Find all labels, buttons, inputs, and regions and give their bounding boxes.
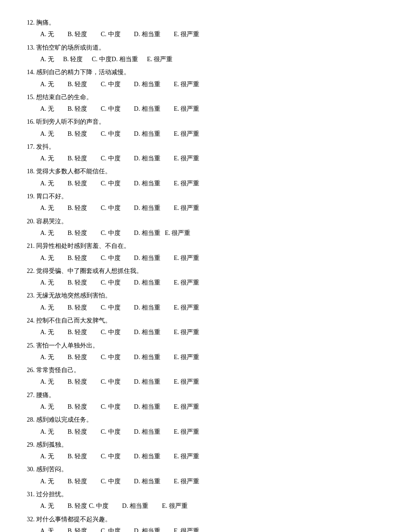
option: A. 无 [40, 252, 54, 264]
option: D. 相当重 [134, 525, 160, 532]
option: D. 相当重 [134, 327, 160, 338]
option: A. 无 [40, 153, 54, 164]
options-row-13: A. 无B. 轻度C. 中度D. 相当重E. 很严重 [27, 54, 384, 65]
option: B. 轻度 [67, 476, 87, 487]
option: A. 无 [40, 426, 54, 437]
options-row-27: A. 无B. 轻度C. 中度D. 相当重E. 很严重 [27, 401, 384, 412]
option: B. 轻度 [67, 103, 87, 114]
question-block-17: 17. 发抖。A. 无B. 轻度C. 中度D. 相当重E. 很严重 [27, 142, 384, 164]
option: A. 无 [40, 352, 54, 363]
options-row-28: A. 无B. 轻度C. 中度D. 相当重E. 很严重 [27, 426, 384, 437]
question-block-15: 15. 想结束自己的生命。A. 无B. 轻度C. 中度D. 相当重E. 很严重 [27, 92, 384, 115]
option: B. 轻度 [67, 451, 87, 462]
option: A. 无 [40, 178, 54, 189]
option: B. 轻度 [67, 79, 87, 90]
option: A. 无 [40, 476, 54, 487]
options-row-19: A. 无B. 轻度C. 中度D. 相当重E. 很严重 [27, 202, 384, 214]
option: A. 无 [40, 500, 54, 511]
question-text-15: 15. 想结束自己的生命。 [27, 92, 384, 102]
options-row-25: A. 无B. 轻度C. 中度D. 相当重E. 很严重 [27, 352, 384, 363]
option: C. 中度 [101, 352, 120, 363]
option: C. 中度D. 相当重 [92, 54, 138, 65]
option: B. 轻度 [67, 401, 87, 412]
question-block-14: 14. 感到自己的精力下降，活动减慢。A. 无B. 轻度C. 中度D. 相当重E… [27, 67, 384, 90]
option: A. 无 [40, 525, 54, 532]
question-text-22: 22. 觉得受骗、中了圈套或有人想抓住我。 [27, 266, 384, 276]
option: B. 轻度 [67, 252, 87, 264]
question-block-23: 23. 无缘无故地突然感到害怕。A. 无B. 轻度C. 中度D. 相当重E. 很… [27, 291, 384, 313]
option: E. 很严重 [174, 277, 200, 288]
option: D. 相当重 [134, 376, 160, 387]
question-text-19: 19. 胃口不好。 [27, 192, 384, 201]
question-text-24: 24. 控制不住自己而大发脾气。 [27, 316, 384, 326]
option: C. 中度 [101, 476, 120, 487]
option: E. 很严重 [174, 451, 200, 462]
option: D. 相当重 [134, 128, 160, 139]
option: B. 轻度 [67, 202, 87, 214]
option: C. 中度 [101, 178, 120, 189]
option: C. 中度 [101, 29, 120, 40]
question-text-31: 31. 过分担忧。 [27, 490, 384, 499]
options-row-30: A. 无B. 轻度C. 中度D. 相当重E. 很严重 [27, 476, 384, 487]
question-block-26: 26. 常常责怪自己。A. 无B. 轻度C. 中度D. 相当重E. 很严重 [27, 365, 384, 388]
option: B. 轻度 [67, 327, 87, 338]
option: D. 相当重 [134, 426, 160, 437]
question-block-20: 20. 容易哭泣。A. 无B. 轻度C. 中度D. 相当重E. 很严重 [27, 217, 384, 239]
question-block-22: 22. 觉得受骗、中了圈套或有人想抓住我。A. 无B. 轻度C. 中度D. 相当… [27, 266, 384, 289]
option: D. 相当重 [134, 401, 160, 412]
option: E. 很严重 [174, 302, 200, 313]
option: A. 无 [40, 376, 54, 387]
option: D. 相当重 [134, 178, 160, 189]
options-row-22: A. 无B. 轻度C. 中度D. 相当重E. 很严重 [27, 277, 384, 288]
option: C. 中度 [101, 426, 120, 437]
option: D. 相当重 [134, 277, 160, 288]
option: C. 中度 [101, 401, 120, 412]
options-row-15: A. 无B. 轻度C. 中度D. 相当重E. 很严重 [27, 103, 384, 114]
option: E. 很严重 [174, 327, 200, 338]
option: C. 中度 [101, 376, 120, 387]
question-text-17: 17. 发抖。 [27, 142, 384, 152]
options-row-16: A. 无B. 轻度C. 中度D. 相当重E. 很严重 [27, 128, 384, 139]
option: B. 轻度 [67, 178, 87, 189]
option: B. 轻度 C. 中度 [67, 500, 109, 511]
options-row-32: A. 无B. 轻度C. 中度D. 相当重E. 很严重 [27, 525, 384, 532]
option: A. 无 [40, 327, 54, 338]
question-block-19: 19. 胃口不好。A. 无B. 轻度C. 中度D. 相当重E. 很严重 [27, 192, 384, 214]
option: C. 中度 [101, 327, 120, 338]
option: D. 相当重 [134, 153, 160, 164]
question-block-25: 25. 害怕一个人单独外出。A. 无B. 轻度C. 中度D. 相当重E. 很严重 [27, 341, 384, 363]
question-text-20: 20. 容易哭泣。 [27, 217, 384, 226]
option: C. 中度 [101, 525, 120, 532]
question-block-27: 27. 腰痛。A. 无B. 轻度C. 中度D. 相当重E. 很严重 [27, 390, 384, 413]
options-row-21: A. 无B. 轻度C. 中度D. 相当重E. 很严重 [27, 252, 384, 264]
option: E. 很严重 [174, 128, 200, 139]
option: A. 无 [40, 302, 54, 313]
question-block-12: 12. 胸痛。A. 无B. 轻度C. 中度D. 相当重E. 很严重 [27, 18, 384, 40]
options-row-26: A. 无B. 轻度C. 中度D. 相当重E. 很严重 [27, 376, 384, 387]
question-text-28: 28. 感到难以完成任务。 [27, 415, 384, 425]
question-block-13: 13. 害怕空旷的场所或街道。A. 无B. 轻度C. 中度D. 相当重E. 很严… [27, 43, 384, 65]
option: A. 无 [40, 227, 54, 239]
option: E. 很严重 [174, 103, 200, 114]
question-block-30: 30. 感到苦闷。A. 无B. 轻度C. 中度D. 相当重E. 很严重 [27, 465, 384, 487]
option: B. 轻度 [67, 153, 87, 164]
question-text-18: 18. 觉得大多数人都不能信任。 [27, 167, 384, 176]
option: B. 轻度 [67, 277, 87, 288]
option: D. 相当重 [134, 103, 160, 114]
option: E. 很严重 [162, 500, 188, 511]
option: D. 相当重 [134, 352, 160, 363]
option: C. 中度 [101, 103, 120, 114]
option: E. 很严重 [174, 401, 200, 412]
options-row-17: A. 无B. 轻度C. 中度D. 相当重E. 很严重 [27, 153, 384, 164]
option: A. 无 [40, 79, 54, 90]
option: D. 相当重 [134, 252, 160, 264]
option: D. 相当重 [134, 79, 160, 90]
option: C. 中度 [101, 227, 120, 239]
question-block-24: 24. 控制不住自己而大发脾气。A. 无B. 轻度C. 中度D. 相当重E. 很… [27, 316, 384, 338]
question-block-31: 31. 过分担忧。A. 无B. 轻度 C. 中度D. 相当重E. 很严重 [27, 490, 384, 512]
option: D. 相当重 [122, 500, 148, 511]
option: E. 很严重 [174, 178, 200, 189]
option: E. 很严重 [174, 252, 200, 264]
option: E. 很严重 [174, 202, 200, 214]
option: A. 无 [40, 277, 54, 288]
